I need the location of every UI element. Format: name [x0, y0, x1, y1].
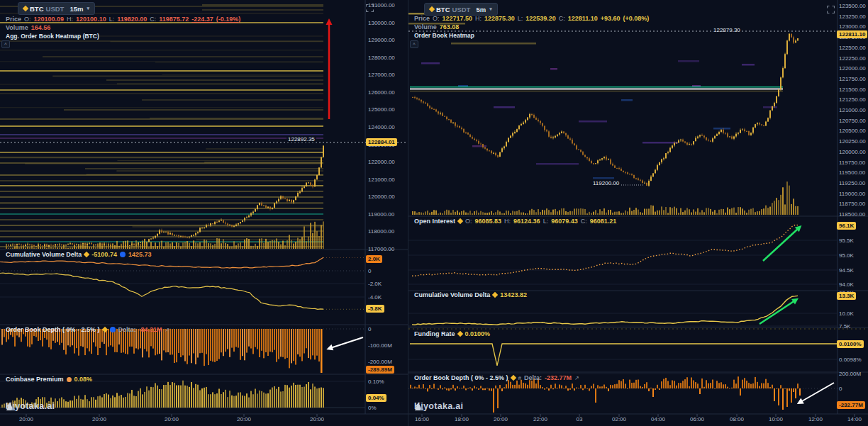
- time-axis-tick: 20:00: [494, 416, 508, 422]
- volume-label: Volume: [6, 24, 28, 31]
- binance-icon[interactable]: [101, 327, 107, 332]
- time-axis-tick: 12:00: [808, 416, 823, 422]
- binance-icon[interactable]: [457, 218, 463, 224]
- right-funding-header: Funding Rate 0.0100%: [414, 330, 490, 337]
- axis-tick: 129000.00: [368, 37, 395, 43]
- cvd-binance-axis-label: -5.8K: [366, 305, 384, 313]
- axis-tick: 125000.00: [368, 106, 395, 113]
- axis-tick: 118000.00: [368, 228, 394, 235]
- funding-value: 0.0100%: [465, 330, 491, 337]
- kiyotaka-logo-icon: [414, 401, 424, 411]
- left-symbol-selector[interactable]: BTCUSDT 15m ▾: [18, 2, 95, 15]
- time-axis-tick: 20:00: [19, 416, 33, 422]
- axis-tick: 122250.00: [839, 55, 866, 62]
- coinbase-premium-icon[interactable]: [67, 377, 72, 382]
- binance-icon[interactable]: [492, 292, 498, 298]
- high-key: H:: [504, 218, 511, 225]
- axis-tick: 121250.00: [839, 96, 866, 103]
- trading-dashboard: BTCUSDT 15m ▾ Price O:120100.09 H:120100…: [0, 0, 868, 426]
- time-axis-tick: 20:00: [92, 416, 106, 422]
- close-key: C:: [581, 218, 587, 225]
- time-axis-tick: 22:00: [533, 416, 547, 422]
- time-axis-tick: 20:00: [165, 416, 179, 422]
- axis-tick: 119500.00: [839, 169, 865, 176]
- left-obd-header: Order Book Depth ( 0% - 2.5% ) Delta: -8…: [6, 326, 169, 333]
- volume-label: Volume: [414, 23, 437, 30]
- time-axis-tick: 04:00: [651, 416, 665, 422]
- left-cvd-header: Cumulative Volume Delta -5100.74 1425.73: [6, 251, 151, 258]
- binance-icon[interactable]: [510, 375, 516, 381]
- cvd-title: Cumulative Volume Delta: [414, 291, 490, 298]
- right-symbol-selector[interactable]: BTCUSDT 5m ▾: [424, 3, 498, 16]
- right-chart-panel: BTCUSDT 5m ▾ Price O:122717.50 H:122875.…: [408, 0, 868, 426]
- coinbase-icon[interactable]: [110, 327, 116, 332]
- high-key: H:: [67, 16, 73, 23]
- coinbase-icon[interactable]: [120, 252, 126, 257]
- axis-tick: 123250.00: [839, 13, 866, 20]
- heatmap-title: Order Book Heatmap: [414, 32, 474, 39]
- binance-icon[interactable]: [84, 252, 89, 257]
- right-obd-header: Order Book Depth ( 0% - 2.5% ) # Delta: …: [414, 374, 579, 381]
- collapse-heatmap-button[interactable]: ^: [1, 40, 10, 48]
- close-key: C:: [150, 16, 156, 23]
- axis-tick: 0.10%: [368, 379, 384, 385]
- left-heatmap-title-row: Agg. Order Book Heatmap (BTC): [6, 33, 99, 40]
- price-label: Price: [414, 15, 430, 22]
- left-panel-charts[interactable]: [0, 0, 408, 426]
- aggregate-icon[interactable]: #: [518, 375, 521, 381]
- axis-tick: 94.0K: [839, 281, 854, 288]
- time-axis-tick: 20:00: [237, 416, 251, 422]
- volume-value: 164.56: [31, 24, 51, 31]
- funding-title: Funding Rate: [414, 330, 455, 337]
- axis-tick: 120250.00: [839, 138, 866, 145]
- premium-value: 0.08%: [74, 376, 93, 383]
- right-volume-row: Volume 763.08: [414, 23, 459, 30]
- axis-tick: 0: [368, 326, 371, 332]
- binance-icon: [23, 6, 28, 11]
- low-key: L:: [518, 15, 523, 22]
- axis-tick: 7.5K: [839, 323, 850, 330]
- oi-axis-label: 96.1K: [837, 222, 856, 230]
- collapse-heatmap-button[interactable]: ^: [410, 40, 418, 48]
- chart-price-note: 122892.35: [286, 136, 316, 142]
- oi-high: 96124.36: [513, 218, 540, 225]
- left-premium-header: Coinbase Premium 0.08%: [6, 376, 92, 383]
- axis-tick: 122000.00: [839, 65, 866, 72]
- cvd-axis-label: 13.3K: [837, 292, 856, 300]
- time-axis-tick: 08:00: [730, 416, 744, 422]
- axis-tick: 128000.00: [368, 55, 395, 61]
- binance-icon: [429, 6, 435, 12]
- axis-tick: -100.00M: [368, 342, 392, 349]
- right-panel-charts[interactable]: [408, 0, 868, 426]
- high-line-note: 122879.30: [712, 27, 742, 33]
- binance-icon[interactable]: [457, 331, 462, 337]
- right-price-row: Price O:122717.50 H:122875.30 L:122539.2…: [414, 15, 649, 22]
- axis-tick: 127000.00: [368, 72, 395, 78]
- cvd-coinbase-axis-label: 2.0K: [366, 255, 382, 263]
- change-value: +93.60: [601, 15, 621, 22]
- axis-tick: -4.0K: [368, 294, 382, 301]
- external-link-icon[interactable]: ↗: [574, 375, 579, 381]
- low-value: 122539.20: [525, 15, 556, 22]
- obd-title: Order Book Depth ( 0% - 2.5% ): [414, 374, 508, 381]
- axis-tick: 122000.00: [368, 159, 395, 165]
- axis-tick: 117000.00: [368, 246, 394, 252]
- axis-tick: 118500.00: [839, 211, 865, 218]
- interval-label: 5m: [476, 6, 486, 13]
- left-price-row: Price O:120100.09 H:120100.10 L:119820.0…: [6, 16, 240, 23]
- symbol-base: BTC: [30, 5, 44, 13]
- time-axis-tick: 14:00: [847, 416, 862, 422]
- premium-title: Coinbase Premium: [6, 376, 64, 383]
- time-axis-tick: 02:00: [612, 416, 626, 422]
- axis-tick: 120000.00: [839, 149, 866, 155]
- axis-tick: 119000.00: [368, 211, 394, 218]
- close-value: 119875.72: [159, 16, 189, 23]
- time-axis-tick: 06:00: [690, 416, 704, 422]
- right-heatmap-title-row: Order Book Heatmap: [414, 32, 474, 39]
- oi-open: 96085.83: [475, 218, 502, 225]
- open-value: 122717.50: [443, 15, 473, 22]
- external-link-icon[interactable]: ↗: [165, 327, 170, 333]
- oi-title: Open Interest: [414, 218, 455, 225]
- change-pct: (-0.19%): [216, 16, 241, 23]
- high-value: 122875.30: [484, 15, 515, 22]
